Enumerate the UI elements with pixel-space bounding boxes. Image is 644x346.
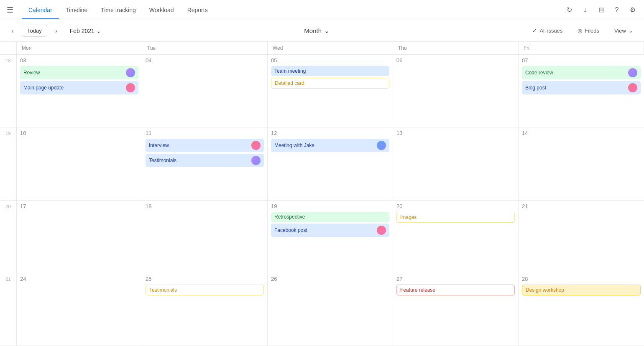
fields-button[interactable]: ◎ Fileds	[573, 25, 603, 36]
day-cell-w0-d2[interactable]: 05Team meetingDetailed card	[268, 55, 393, 127]
event-card-w3-d1-e0[interactable]: Testimonials	[146, 285, 264, 295]
fields-label: Fileds	[585, 28, 599, 34]
nav-right-icons: ↻ ↓ ⊟ ? ⚙	[565, 5, 637, 15]
date-picker[interactable]: Feb 2021 ⌄	[66, 25, 105, 37]
refresh-icon[interactable]: ↻	[565, 5, 574, 15]
toolbar-right: ✓ All issues ◎ Fileds View ⌄	[528, 25, 637, 36]
event-card-w0-d2-e1[interactable]: Detailed card	[271, 78, 389, 89]
day-cell-w2-d3[interactable]: 20Images	[393, 201, 519, 273]
day-cell-w3-d1[interactable]: 25Testimonials	[142, 273, 268, 346]
day-headers: Mon Tue Wed Thu Fri	[0, 42, 644, 55]
top-nav: ☰ Calendar Timeline Time tracking Worklo…	[0, 0, 644, 20]
event-text-w0-d4-e0: Code review	[525, 70, 628, 76]
event-card-w0-d0-e0[interactable]: Review	[20, 66, 138, 79]
avatar-w0-d4-e0	[628, 68, 637, 77]
day-cell-w0-d1[interactable]: 04	[142, 55, 268, 127]
day-num-w1-d1: 11	[146, 130, 264, 136]
help-icon[interactable]: ?	[612, 5, 621, 15]
today-button[interactable]: Today	[22, 25, 47, 37]
event-card-w3-d4-e0[interactable]: Design workshop	[522, 285, 641, 295]
day-num-w1-d2: 12	[271, 130, 389, 136]
day-cell-w0-d3[interactable]: 06	[393, 55, 519, 127]
tab-reports[interactable]: Reports	[181, 1, 215, 19]
event-card-w3-d3-e0[interactable]: Feature release	[396, 285, 515, 295]
event-card-w1-d2-e0[interactable]: Meeting with Jake	[271, 139, 389, 152]
day-num-w1-d0: 10	[20, 130, 138, 136]
settings-icon[interactable]: ⚙	[628, 5, 637, 15]
day-header-thu: Thu	[393, 42, 519, 54]
day-cell-w1-d2[interactable]: 12Meeting with Jake	[268, 127, 393, 200]
event-card-w0-d0-e1[interactable]: Main page update	[20, 81, 138, 94]
week-row-0: 1803ReviewMain page update0405Team meeti…	[0, 55, 644, 127]
event-card-w0-d2-e0[interactable]: Team meeting	[271, 66, 389, 76]
filter-icon[interactable]: ⊟	[596, 5, 606, 15]
month-label: Month	[304, 27, 322, 34]
day-cell-w1-d1[interactable]: 11InterviewTestimonials	[142, 127, 268, 200]
week-num-0: 18	[0, 55, 17, 127]
all-issues-icon: ✓	[532, 28, 537, 34]
view-chevron-icon: ⌄	[629, 28, 633, 34]
event-text-w0-d4-e1: Blog post	[525, 85, 628, 91]
day-cell-w3-d3[interactable]: 27Feature release	[393, 273, 519, 346]
day-cell-w0-d0[interactable]: 03ReviewMain page update	[17, 55, 142, 127]
toolbar-center: Month ⌄	[105, 25, 529, 37]
download-icon[interactable]: ↓	[580, 5, 590, 15]
event-text-w3-d4-e0: Design workshop	[526, 287, 637, 293]
day-header-tue: Tue	[142, 42, 268, 54]
day-cell-w3-d2[interactable]: 26	[268, 273, 393, 346]
event-text-w1-d1-e1: Testimonials	[149, 158, 251, 163]
day-cell-w3-d0[interactable]: 24	[17, 273, 142, 346]
event-text-w0-d2-e1: Detailed card	[275, 80, 386, 86]
event-card-w1-d1-e1[interactable]: Testimonials	[146, 154, 264, 167]
hamburger-menu[interactable]: ☰	[7, 5, 13, 15]
day-cell-w2-d1[interactable]: 18	[142, 201, 268, 273]
day-num-w2-d3: 20	[396, 203, 515, 209]
day-num-w1-d4: 14	[522, 130, 641, 136]
event-card-w2-d3-e0[interactable]: Images	[396, 212, 515, 223]
avatar-w1-d2-e0	[377, 141, 386, 150]
tab-calendar[interactable]: Calendar	[22, 1, 59, 19]
day-cell-w2-d0[interactable]: 17	[17, 201, 142, 273]
avatar-w2-d2-e1	[377, 226, 386, 235]
toolbar-left: ‹ Today › Feb 2021 ⌄	[7, 25, 105, 37]
all-issues-button[interactable]: ✓ All issues	[528, 25, 567, 36]
event-card-w0-d4-e0[interactable]: Code review	[522, 66, 641, 79]
day-num-w1-d3: 13	[396, 130, 515, 136]
event-text-w3-d1-e0: Testimonials	[149, 287, 260, 293]
avatar-w1-d1-e0	[251, 141, 261, 150]
month-selector[interactable]: Month ⌄	[299, 25, 335, 37]
tab-time-tracking[interactable]: Time tracking	[94, 1, 143, 19]
day-num-w3-d4: 28	[522, 276, 641, 282]
tab-workload[interactable]: Workload	[143, 1, 181, 19]
event-card-w0-d4-e1[interactable]: Blog post	[522, 81, 641, 94]
day-cell-w1-d4[interactable]: 14	[519, 127, 644, 200]
view-button[interactable]: View ⌄	[610, 25, 637, 36]
day-num-w3-d3: 27	[396, 276, 515, 282]
event-text-w2-d3-e0: Images	[400, 214, 511, 220]
event-text-w3-d3-e0: Feature release	[400, 287, 511, 293]
day-num-w2-d4: 21	[522, 203, 641, 209]
next-arrow[interactable]: ›	[51, 25, 62, 37]
tab-timeline[interactable]: Timeline	[59, 1, 94, 19]
day-cell-w3-d4[interactable]: 28Design workshop	[519, 273, 644, 346]
avatar-w0-d0-e0	[126, 68, 135, 77]
all-issues-label: All issues	[539, 28, 562, 34]
event-card-w1-d1-e0[interactable]: Interview	[146, 139, 264, 152]
day-cell-w2-d2[interactable]: 19RetrospectiveFacebook post	[268, 201, 393, 273]
calendar-grid: Mon Tue Wed Thu Fri 1803ReviewMain page …	[0, 42, 644, 346]
day-num-w0-d0: 03	[20, 57, 138, 64]
day-cell-w1-d3[interactable]: 13	[393, 127, 519, 200]
day-num-w0-d1: 04	[146, 57, 264, 64]
day-cell-w1-d0[interactable]: 10	[17, 127, 142, 200]
event-text-w1-d2-e0: Meeting with Jake	[274, 142, 377, 148]
event-card-w2-d2-e0[interactable]: Retrospective	[271, 212, 389, 222]
week-row-1: 191011InterviewTestimonials12Meeting wit…	[0, 127, 644, 200]
day-cell-w2-d4[interactable]: 21	[519, 201, 644, 273]
day-cell-w0-d4[interactable]: 07Code reviewBlog post	[519, 55, 644, 127]
prev-arrow[interactable]: ‹	[7, 25, 18, 37]
day-num-w2-d1: 18	[146, 203, 264, 209]
event-card-w2-d2-e1[interactable]: Facebook post	[271, 224, 389, 237]
day-num-w3-d1: 25	[146, 276, 264, 282]
toolbar: ‹ Today › Feb 2021 ⌄ Month ⌄ ✓ All issue…	[0, 20, 644, 42]
day-header-wed: Wed	[268, 42, 393, 54]
